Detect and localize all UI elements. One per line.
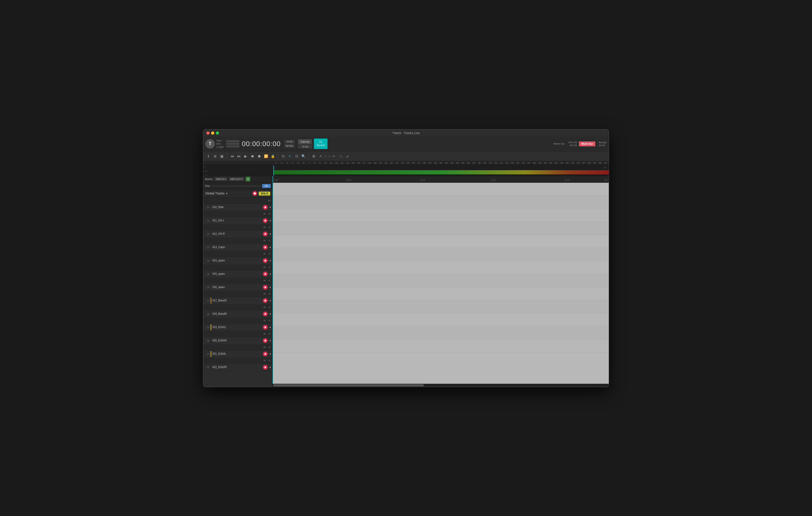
meter-icon[interactable]: ▦ [219, 153, 225, 159]
solo-button[interactable]: S [269, 279, 270, 282]
solo-button[interactable]: S [269, 239, 270, 242]
track-record-button[interactable] [263, 298, 268, 303]
h-zoom-icon[interactable]: ⊞ [311, 153, 317, 159]
track-record-button[interactable] [263, 365, 268, 370]
global-tracks-chevron[interactable]: ▾ [226, 192, 228, 195]
mute-button[interactable]: M [263, 306, 265, 308]
table-row[interactable] [272, 327, 609, 339]
table-row[interactable] [272, 209, 609, 222]
solo-button[interactable]: S [269, 293, 270, 295]
mute-button[interactable]: M [263, 213, 265, 215]
track-arrow-icon[interactable]: ◄ [269, 326, 271, 329]
mute-button[interactable]: M [263, 293, 265, 295]
rewind-icon[interactable]: ⏮ [229, 153, 235, 159]
table-row[interactable] [272, 261, 609, 274]
timeline-tracks[interactable] [272, 183, 609, 384]
close-button[interactable] [206, 131, 209, 134]
track-record-button[interactable] [263, 245, 268, 250]
cursor-icon[interactable]: ↖ [287, 153, 293, 159]
midi-in-button[interactable]: MIDI IN ▾ [214, 177, 227, 181]
solo-button[interactable]: S [269, 266, 270, 269]
mute-button[interactable]: M [263, 252, 265, 255]
loop-icon[interactable]: 🔁 [263, 153, 269, 159]
table-row[interactable] [272, 235, 609, 248]
zoom-icon[interactable]: 🔍 [300, 153, 306, 159]
sample-rate-button[interactable]: 96 kHz [284, 144, 295, 148]
track-arrow-icon[interactable]: ◄ [269, 299, 271, 302]
h-expand-icon[interactable]: ↗ [318, 153, 323, 159]
mute-button[interactable]: M [263, 346, 265, 348]
track-arrow-icon[interactable]: ◄ [269, 259, 271, 262]
scrollbar-thumb[interactable] [273, 384, 424, 386]
tracks-list[interactable]: 10 010_Ride ◄ M S 11 [203, 204, 272, 387]
add-marker-button[interactable]: + [245, 177, 250, 181]
solo-button[interactable]: S [269, 359, 270, 362]
table-row[interactable] [272, 196, 609, 209]
mute-button[interactable]: M [263, 319, 265, 322]
mute-button[interactable]: M [263, 239, 265, 242]
table-row[interactable] [272, 287, 609, 300]
track-arrow-icon[interactable]: ◄ [269, 339, 271, 342]
multi-out-button[interactable]: Multi Out [579, 142, 596, 146]
track-record-button[interactable] [263, 272, 268, 276]
lock-icon[interactable]: 🔒 [270, 153, 276, 159]
track-arrow-icon[interactable]: ◄ [269, 366, 271, 369]
track-record-button[interactable] [263, 232, 268, 236]
play-icon[interactable]: ▶ [243, 153, 249, 159]
solo-button[interactable]: S [269, 346, 270, 348]
table-row[interactable] [272, 274, 609, 287]
track-record-button[interactable] [263, 258, 268, 263]
solo-button[interactable]: S [269, 252, 270, 255]
table-row[interactable] [272, 339, 609, 353]
solo-button[interactable]: S [269, 319, 270, 322]
table-row[interactable] [272, 313, 609, 327]
track-arrow-icon[interactable]: ◄ [269, 232, 271, 235]
solo-button[interactable]: S [269, 213, 270, 215]
frame-rate-button[interactable]: 25 fps [298, 145, 312, 149]
global-record-button[interactable] [253, 191, 257, 196]
grid-icon[interactable]: ⊞ [212, 153, 218, 159]
minimize-button[interactable] [211, 131, 214, 134]
solo-button[interactable]: S [269, 333, 270, 335]
mute-button[interactable]: M [263, 359, 265, 362]
track-arrow-icon[interactable]: ◄ [269, 246, 271, 249]
clip-icon[interactable]: ⊡ [280, 153, 286, 159]
midi-out-button[interactable]: MIDI OUT ▾ [229, 177, 244, 181]
mute-button[interactable]: M [263, 333, 265, 335]
table-row[interactable] [272, 183, 609, 196]
internal-button[interactable]: Internal [298, 139, 312, 144]
mute-button[interactable]: M [263, 279, 265, 282]
track-arrow-icon[interactable]: ◄ [269, 312, 271, 315]
track-record-button[interactable] [263, 218, 268, 223]
track-arrow-icon[interactable]: ◄ [269, 352, 271, 355]
horizontal-scrollbar[interactable] [272, 384, 609, 387]
track-record-button[interactable] [263, 325, 268, 330]
track-record-button[interactable] [263, 205, 268, 210]
maximize-button[interactable] [216, 131, 219, 134]
v-expand-icon[interactable]: ⊢ [331, 153, 337, 159]
track-record-button[interactable] [263, 352, 268, 356]
mute-button[interactable]: M [263, 266, 265, 269]
solo-button[interactable]: S [269, 306, 270, 308]
track-record-button[interactable] [263, 311, 268, 316]
table-row[interactable] [272, 248, 609, 261]
stop-icon[interactable]: ⏹ [256, 153, 262, 159]
info-icon[interactable]: ℹ [205, 153, 211, 159]
track-record-button[interactable] [263, 338, 268, 343]
bit-depth-button[interactable]: 24 bit [284, 140, 295, 144]
select-icon[interactable]: ⊡ [294, 153, 299, 159]
h-contract-icon[interactable]: ←→ [324, 153, 330, 159]
track-arrow-icon[interactable]: ◄ [269, 272, 271, 275]
solo-button[interactable]: SOLO [259, 192, 270, 195]
v-contract-icon[interactable]: ↑↓ [338, 153, 344, 159]
table-row[interactable] [272, 300, 609, 313]
solo-button[interactable]: S [269, 226, 270, 229]
fast-forward-icon[interactable]: ⏭ [236, 153, 242, 159]
track-record-button[interactable] [263, 285, 268, 290]
table-row[interactable] [272, 222, 609, 235]
track-arrow-icon[interactable]: ◄ [269, 219, 271, 222]
track-arrow-icon[interactable]: ◄ [269, 286, 271, 289]
fader-icon[interactable]: ↙ [345, 153, 351, 159]
track-arrow-icon[interactable]: ◄ [269, 206, 271, 209]
mute-button[interactable]: M [263, 226, 265, 229]
